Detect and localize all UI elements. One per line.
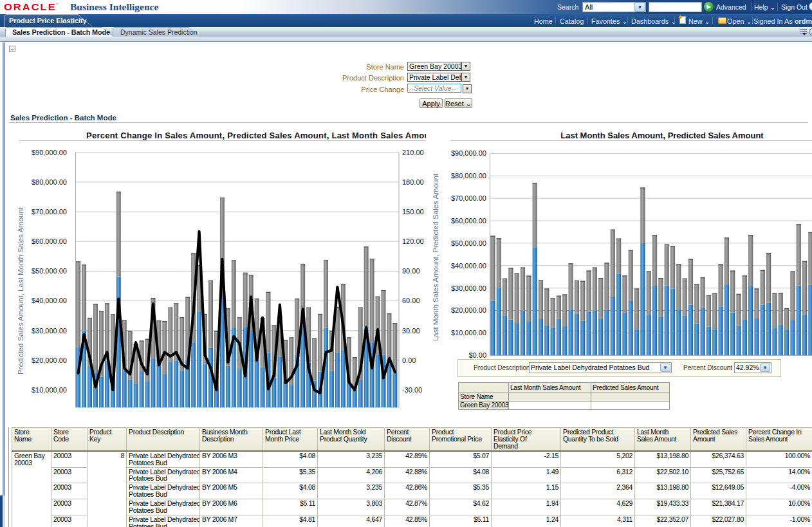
svg-text:90.00: 90.00	[402, 267, 420, 275]
svg-text:Percent Change In Sales Amount: Percent Change In Sales Amount, Predicte…	[86, 131, 426, 140]
svg-text:$10,000.00: $10,000.00	[32, 386, 67, 394]
svg-text:120.00: 120.00	[402, 237, 424, 245]
svg-text:$50,000.00: $50,000.00	[32, 267, 67, 275]
svg-text:$30,000.00: $30,000.00	[451, 284, 486, 292]
svg-text:60.00: 60.00	[402, 297, 420, 304]
svg-text:$40,000.00: $40,000.00	[451, 262, 486, 270]
svg-text:$80,000.00: $80,000.00	[451, 172, 486, 180]
svg-text:210.00: 210.00	[402, 149, 424, 156]
svg-text:180.00: 180.00	[402, 178, 424, 186]
svg-text:Last Month Sales Amount, Predi: Last Month Sales Amount, Predicted Sales…	[432, 173, 439, 341]
svg-text:$30,000.00: $30,000.00	[32, 327, 67, 335]
svg-text:$70,000.00: $70,000.00	[32, 208, 67, 216]
svg-text:$90,000.00: $90,000.00	[451, 149, 486, 157]
svg-text:$60,000.00: $60,000.00	[451, 217, 486, 225]
svg-text:Predicted Sales Amount, Last M: Predicted Sales Amount, Last Month Sales…	[17, 207, 24, 374]
svg-text:$20,000.00: $20,000.00	[451, 306, 486, 314]
svg-text:$70,000.00: $70,000.00	[451, 194, 486, 202]
svg-text:$90,000.00: $90,000.00	[32, 149, 67, 156]
svg-text:$80,000.00: $80,000.00	[32, 178, 67, 186]
svg-text:$40,000.00: $40,000.00	[32, 297, 67, 304]
svg-text:0.00: 0.00	[402, 356, 416, 364]
svg-text:30.00: 30.00	[402, 327, 420, 335]
svg-text:150.00: 150.00	[402, 208, 424, 216]
svg-text:$50,000.00: $50,000.00	[451, 239, 486, 247]
svg-text:$20,000.00: $20,000.00	[32, 356, 67, 364]
svg-text:-30.00: -30.00	[402, 386, 422, 394]
svg-text:$10,000.00: $10,000.00	[451, 329, 486, 337]
svg-text:Last Month Sales Amount, Predi: Last Month Sales Amount, Predicted Sales…	[560, 131, 764, 140]
svg-text:$60,000.00: $60,000.00	[32, 237, 67, 245]
svg-text:$0.00: $0.00	[468, 351, 486, 358]
